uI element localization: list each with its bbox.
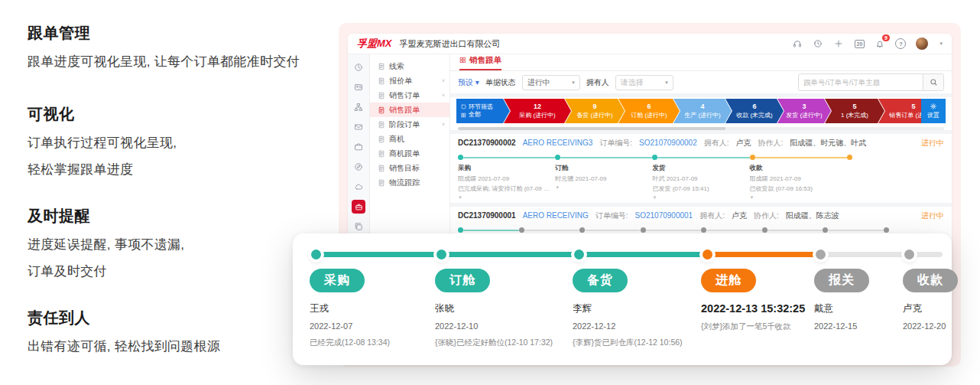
sidebar-item-阶段订单[interactable]: 阶段订单˅ [370,117,449,132]
popup-step-dot [703,250,712,259]
customer-link[interactable]: AERO RECEIVING [523,211,589,220]
stage-label: 收款 (未完成) [736,112,773,119]
copy-icon[interactable] [352,220,365,233]
sidebar-item-label: 商机跟单 [389,148,420,159]
sidebar-item-销售跟单[interactable]: 销售跟单 [370,103,449,117]
contact-card-icon[interactable] [352,80,365,94]
node-dot-row [701,227,762,233]
sidebar-item-商机跟单[interactable]: 商机跟单 [370,146,449,161]
node-dot [884,227,889,233]
node-expand-icon[interactable]: ▼ [750,195,847,200]
search-button[interactable] [923,74,943,90]
sidebar-item-销售订单[interactable]: 销售订单˅ [370,88,449,103]
popup-step-dot [904,250,914,259]
sidebar-item-报价单[interactable]: 报价单˅ [370,73,449,88]
node-owner-date: 时元骢 2021-07-09 [555,175,652,183]
stage-chevron-发货 (进行中)[interactable]: 3发货 (进行中) [777,99,831,123]
stage-chevron-1 (未完成)[interactable]: 51 (未完成) [825,99,884,123]
timeline-node [847,154,944,200]
node-expand-icon[interactable]: ▼ [652,195,749,200]
node-owner-date: 叶武 2021-07-09 [652,175,749,183]
org-chart-icon[interactable] [352,100,365,114]
briefcase-icon[interactable] [352,200,365,214]
popup-stage-badge: 订舱 [435,269,490,292]
user-avatar[interactable] [916,38,928,50]
search-box [798,73,944,91]
collaborators-label: 协作人: [754,210,779,221]
stage-chevron-生产 (进行中)[interactable]: 4生产 (进行中) [673,99,732,123]
stage-chevron-备货 (进行中)[interactable]: 9备货 (进行中) [565,99,625,123]
order-tracking-id[interactable]: DC21370900001 [458,211,516,220]
menu-doc-icon [378,135,385,143]
timeline-node: 收款阳成疆 2021-07-09已收货款 (07-09 16:53)▼ [750,154,847,200]
scrollbar-thumb[interactable] [458,127,725,130]
order-no-link[interactable]: SO21070900002 [639,139,697,147]
history-icon[interactable] [813,38,823,49]
mail-icon[interactable] [352,120,365,134]
node-dot [762,227,767,233]
stage-chevron-订舱 (进行中)[interactable]: 6订舱 (进行中) [618,99,680,123]
node-expand-icon[interactable]: ▼ [555,185,652,190]
stage-chevron-采购 (进行中)[interactable]: 12采购 (进行中) [504,99,571,123]
menu-doc-icon [378,150,385,158]
calendar-day: 20 [855,40,865,48]
timeline-popup: 采购王戎2022-12-07已经完成(12-08 13:34)订舱张晓2022-… [293,233,952,365]
node-dot [458,155,463,160]
mail-open-icon[interactable] [352,140,365,154]
popup-date: 2022-12-10 [435,321,565,331]
menu-doc-icon [378,106,385,114]
cloud-icon[interactable] [352,180,365,194]
sidebar-item-线索[interactable]: 线索 [370,59,449,73]
stage-label: 订舱 (进行中) [631,112,667,119]
stage-count: 6 [752,103,756,112]
node-owner-date: 阳成疆 2021-07-09 [458,175,555,183]
clock-icon[interactable] [352,60,365,74]
sidebar-item-label: 商机 [389,134,404,145]
preset-dropdown[interactable]: 预设 ▾ [458,77,479,88]
node-line [463,157,555,158]
status-select[interactable]: 进行中▾ [522,75,580,90]
stage-settings-button[interactable]: 设置 [921,99,946,123]
node-stage-name: 采购 [458,164,555,173]
node-line [767,230,823,231]
stage-label: 采购 (进行中) [519,112,556,119]
bell-icon[interactable]: 9 [875,38,885,49]
node-dot [458,227,463,233]
search-input[interactable] [799,78,923,86]
sidebar-item-商机[interactable]: 商机 [370,132,449,146]
timeline-node: 订舱时元骢 2021-07-09▼ [555,154,652,200]
popup-person-name: 李辉 [573,302,703,315]
node-dot-row [823,227,884,233]
popup-person-name: 卢克 [903,302,980,315]
feature-line: 出错有迹可循, 轻松找到问题根源 [28,338,333,355]
owner-select[interactable]: 请选择▾ [615,75,673,90]
sidebar-item-销售目标[interactable]: 销售目标 [370,161,449,175]
headset-icon[interactable] [792,38,803,49]
order-tracking-id[interactable]: DC21370900002 [458,139,516,147]
feature-section: 跟单管理跟单进度可视化呈现, 让每个订单都能准时交付 [28,23,333,70]
sidebar-item-物流跟踪[interactable]: 物流跟踪 [370,175,449,190]
compass-icon[interactable] [352,160,365,174]
node-line [646,230,702,231]
order-no-link[interactable]: SO21070900001 [635,211,693,220]
node-dot-row [555,154,652,161]
node-line [889,230,945,231]
popup-date: 2022-12-07 [310,321,440,331]
stage-label: 备货 (进行中) [576,112,613,119]
help-icon[interactable]: ? [895,38,906,49]
tab-sales-tracking[interactable]: 销售跟单 [459,55,501,70]
sidebar-item-label: 销售订单 [389,90,420,101]
popup-line-tail [909,252,943,257]
collaborators-label: 协作人: [758,138,784,148]
stage-count: 4 [700,103,704,112]
calendar-icon[interactable]: 20 [854,38,865,49]
app-header: 孚盟MX 孚盟麦克斯进出口有限公司 209?▾ [348,34,952,54]
feature-line: 订单及时交付 [28,263,333,280]
plus-icon[interactable] [833,38,844,49]
app-logo: 孚盟MX [357,37,392,51]
stage-filter-box[interactable]: 环节筛选 全部 [456,99,510,123]
node-line [657,157,749,158]
stage-chevron-收款 (未完成)[interactable]: 6收款 (未完成) [725,99,784,123]
customer-link[interactable]: AERO RECEIVING3 [523,139,593,147]
node-expand-icon[interactable]: ▼ [458,195,555,200]
